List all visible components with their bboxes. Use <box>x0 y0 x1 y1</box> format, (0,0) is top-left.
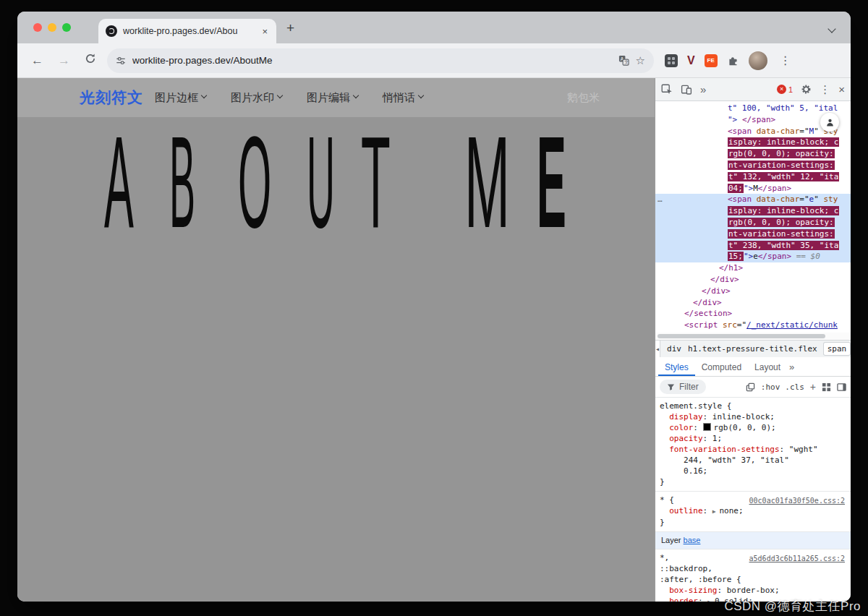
devtools-panel: » × 1 ⋮ × t" 100, "wdth" 5, "ital"> </sp… <box>655 78 851 602</box>
style-rule[interactable]: element.style { display: inline-block; c… <box>655 398 851 492</box>
dom-tree-line[interactable]: …<span data-char="e" sty <box>655 194 851 205</box>
devtools-tab-computed[interactable]: Computed <box>695 358 748 376</box>
devtools-menu-icon[interactable]: ⋮ <box>820 83 830 96</box>
more-tabs-icon[interactable]: » <box>789 362 794 372</box>
browser-menu-icon[interactable]: ⋮ <box>777 54 794 67</box>
tab-close-icon[interactable]: × <box>260 26 269 37</box>
new-style-rule-icon[interactable]: + <box>810 381 816 393</box>
dom-tree-line[interactable]: isplay: inline-block; c <box>655 205 851 217</box>
dom-tree-line[interactable]: </div> <box>655 274 851 286</box>
console-error-badge[interactable]: × 1 <box>777 85 793 94</box>
tab-search-button[interactable] <box>825 22 839 37</box>
devtools-tab-styles[interactable]: Styles <box>658 358 695 376</box>
dom-tree-line[interactable]: rgb(0, 0, 0); opacity: <box>655 217 851 228</box>
extension-fe-icon[interactable]: FE <box>705 54 718 67</box>
new-tab-button[interactable]: + <box>286 20 294 36</box>
dom-tree-line[interactable]: t" 132, "wdth" 12, "ita <box>655 171 851 183</box>
breadcrumb-item[interactable]: div <box>667 344 681 354</box>
devtools-tab-layout[interactable]: Layout <box>748 358 787 376</box>
extension-grid-icon[interactable] <box>665 54 678 67</box>
translate-icon[interactable]: A文 <box>618 55 629 66</box>
dom-tree-line[interactable]: rgb(0, 0, 0); opacity: <box>655 148 851 160</box>
dom-tree-line[interactable]: t" 100, "wdth" 5, "ital <box>655 103 851 114</box>
stylesheet-link[interactable]: 00c0ac01fa30f50e.css:2 <box>749 495 845 506</box>
styles-filter-bar: Filter :hov.cls + <box>655 377 851 398</box>
breadcrumb-item[interactable]: h1.text-pressure-title.flex <box>688 344 817 354</box>
breadcrumb-left-arrow[interactable]: ◂ <box>655 341 660 357</box>
browser-window: worklite-pro.pages.dev/Abou × + ← → work… <box>17 12 851 602</box>
more-panels-icon[interactable]: » <box>700 83 706 95</box>
funnel-icon <box>667 383 675 391</box>
extension-v-icon[interactable]: V <box>687 54 695 67</box>
tab-strip: worklite-pro.pages.dev/Abou × + <box>17 12 851 43</box>
error-count: 1 <box>788 85 793 94</box>
dom-tree-line[interactable]: 15;">e</span> == $0 <box>655 251 851 262</box>
dom-tree-line[interactable]: </section> <box>655 308 851 320</box>
horizontal-scrollbar[interactable] <box>655 333 851 340</box>
breadcrumb-items: divh1.text-pressure-title.flexspan <box>667 343 850 355</box>
style-rule[interactable]: * {00c0ac01fa30f50e.css:2 outline: ▶ non… <box>655 492 851 532</box>
profile-avatar[interactable] <box>749 51 767 70</box>
site-settings-icon[interactable] <box>116 56 126 66</box>
scrollbar-thumb[interactable] <box>658 334 825 338</box>
nav-item[interactable]: 图片编辑 <box>307 91 358 105</box>
dom-tree-line[interactable]: 04;">M</span> <box>655 183 851 194</box>
breadcrumb: ◂ divh1.text-pressure-title.flexspan ▸ <box>655 340 851 357</box>
extensions-puzzle-icon[interactable] <box>727 54 739 67</box>
sidebar-toggle-icon[interactable] <box>837 382 846 392</box>
traffic-lights <box>33 23 71 32</box>
dom-tree-line[interactable]: </div> <box>655 286 851 297</box>
breadcrumb-item[interactable]: span <box>824 343 851 355</box>
svg-text:文: 文 <box>624 59 629 64</box>
hero-title: ABOUTME <box>104 133 655 243</box>
device-toolbar-icon[interactable] <box>681 84 692 95</box>
content-area: 光刻符文 图片边框图片水印图片编辑悄悄话 鹅包米 ABOUTME » × 1 <box>17 78 851 602</box>
forward-button[interactable]: → <box>51 54 77 68</box>
nav-items: 图片边框图片水印图片编辑悄悄话 <box>155 91 423 105</box>
site-logo[interactable]: 光刻符文 <box>80 87 143 108</box>
nav-item[interactable]: 图片水印 <box>231 91 282 105</box>
bookmark-star-icon[interactable]: ☆ <box>636 54 645 67</box>
devtools-settings-icon[interactable] <box>801 84 812 95</box>
omnibox[interactable]: worklite-pro.pages.dev/AboutMe A文 ☆ <box>107 48 654 73</box>
style-rule[interactable]: *,a5d6dd3c6b11a265.css:2::backdrop,:afte… <box>655 549 851 602</box>
devtools-toolbar: » × 1 ⋮ × <box>655 78 851 101</box>
devtools-close-icon[interactable]: × <box>838 83 845 95</box>
nav-right-link[interactable]: 鹅包米 <box>567 91 600 105</box>
toggle-cls[interactable]: .cls <box>785 382 804 392</box>
nav-item[interactable]: 图片边框 <box>155 91 206 105</box>
elements-tree: t" 100, "wdth" 5, "ital"> </span><span d… <box>655 101 851 333</box>
dom-tree-line[interactable]: t" 238, "wdth" 35, "ita <box>655 240 851 252</box>
reload-button[interactable] <box>78 53 103 68</box>
accessibility-person-icon[interactable] <box>820 113 839 132</box>
close-window-button[interactable] <box>33 23 42 32</box>
dom-tree-line[interactable]: <script src="/_next/static/chunk <box>655 320 851 331</box>
style-toggles: :hov.cls <box>761 382 804 392</box>
dom-tree-line[interactable]: isplay: inline-block; c <box>655 137 851 148</box>
color-swatch[interactable] <box>703 423 711 431</box>
url-text[interactable]: worklite-pro.pages.dev/AboutMe <box>132 55 612 66</box>
devtools-tabbar: StylesComputedLayout » <box>655 357 851 377</box>
layers-icon[interactable] <box>746 382 755 392</box>
layer-link[interactable]: base <box>684 536 701 544</box>
stylesheet-link[interactable]: a5d6dd3c6b11a265.css:2 <box>749 553 845 564</box>
dom-tree-line[interactable]: </div> <box>655 297 851 309</box>
webpage: 光刻符文 图片边框图片水印图片编辑悄悄话 鹅包米 ABOUTME <box>17 78 655 602</box>
reload-icon <box>85 53 96 64</box>
filter-input[interactable]: Filter <box>660 380 706 394</box>
browser-tab[interactable]: worklite-pro.pages.dev/Abou × <box>98 19 276 43</box>
dom-tree-line[interactable]: nt-variation-settings: <box>655 160 851 171</box>
minimize-window-button[interactable] <box>48 23 56 32</box>
maximize-window-button[interactable] <box>62 23 71 32</box>
styles-pane: element.style { display: inline-block; c… <box>655 398 851 602</box>
back-button[interactable]: ← <box>25 54 50 68</box>
extension-icons: V FE ⋮ <box>665 51 794 70</box>
nav-item[interactable]: 悄悄话 <box>383 91 423 105</box>
inspect-element-icon[interactable] <box>661 84 673 95</box>
error-icon: × <box>777 85 786 94</box>
dom-tree-line[interactable]: nt-variation-settings: <box>655 228 851 240</box>
grid-icon[interactable] <box>822 382 831 392</box>
layer-row: Layer base <box>655 532 851 549</box>
dom-tree-line[interactable]: </h1> <box>655 262 851 274</box>
toggle-hov[interactable]: :hov <box>761 382 780 392</box>
